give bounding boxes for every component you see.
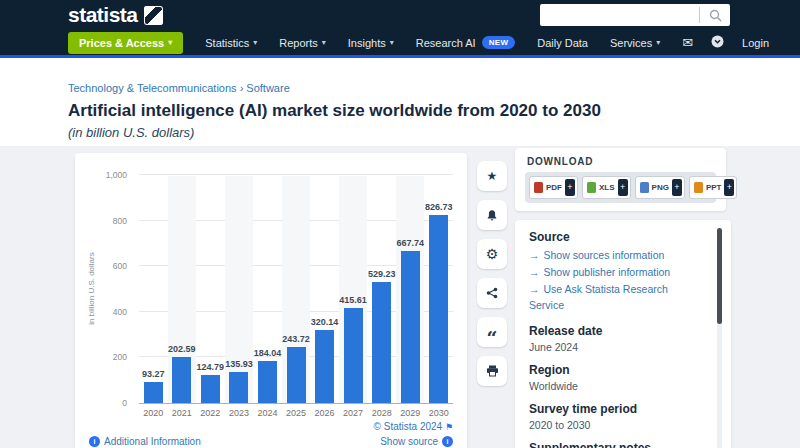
nav-label: Statistics — [205, 37, 249, 49]
download-pdf-button[interactable]: PDF + — [529, 176, 578, 199]
chevron-down-icon: ▾ — [322, 38, 326, 47]
chart-copyright: © Statista 2024 ⚑ — [374, 421, 453, 432]
chart-toolbar: ★ ⚙ “ — [477, 161, 507, 386]
bar[interactable] — [144, 382, 163, 403]
metadata-scrollbar[interactable] — [717, 228, 722, 448]
search-bar[interactable] — [540, 4, 730, 26]
nav-daily-data[interactable]: Daily Data — [537, 37, 588, 49]
download-png-button[interactable]: PNG + — [635, 176, 685, 199]
additional-information-link[interactable]: i Additional Information — [89, 436, 201, 447]
y-axis-title: in billion U.S. dollars — [87, 179, 96, 399]
x-tick-label: 2025 — [282, 408, 311, 418]
show-source-label: Show source — [380, 436, 438, 447]
plus-icon[interactable]: + — [672, 179, 682, 196]
bar[interactable] — [344, 308, 363, 403]
download-xls-button[interactable]: XLS + — [582, 176, 631, 199]
nav-label: Reports — [279, 37, 318, 49]
bar[interactable] — [401, 251, 420, 403]
search-input[interactable] — [540, 4, 699, 26]
x-tick-label: 2028 — [367, 408, 396, 418]
x-tick-label: 2021 — [168, 408, 197, 418]
bar-2026[interactable]: 320.14 — [310, 176, 339, 403]
columns: 93.27202.59124.79135.93184.04243.72320.1… — [139, 176, 453, 403]
bar[interactable] — [229, 372, 248, 403]
chevron-down-icon: ▾ — [656, 38, 660, 47]
plus-icon[interactable]: + — [618, 179, 628, 196]
x-tick-label: 2030 — [424, 408, 453, 418]
notification-bell-button[interactable] — [477, 200, 507, 230]
bar[interactable] — [287, 347, 306, 403]
login-link[interactable]: Login — [742, 37, 769, 49]
additional-information-label: Additional Information — [104, 436, 201, 447]
nav-statistics[interactable]: Statistics ▾ — [205, 37, 257, 49]
bar-2025[interactable]: 243.72 — [282, 176, 311, 403]
plus-icon[interactable]: + — [724, 179, 734, 196]
download-format-label: PPT — [706, 183, 722, 192]
bar-2027[interactable]: 415.61 — [339, 176, 368, 403]
ask-statista-link[interactable]: →Use Ask Statista Research Service — [529, 281, 701, 315]
print-button[interactable] — [477, 356, 507, 386]
download-ppt-button[interactable]: PPT + — [689, 176, 738, 199]
breadcrumb: Technology & Telecommunications › Softwa… — [68, 82, 800, 94]
breadcrumb-separator: › — [240, 82, 244, 94]
bar-2020[interactable]: 93.27 — [139, 176, 168, 403]
nav-label: Research AI — [416, 37, 476, 49]
bar-2030[interactable]: 826.73 — [424, 176, 453, 403]
scrollbar-thumb[interactable] — [717, 228, 722, 324]
x-tick-label: 2026 — [310, 408, 339, 418]
survey-period-heading: Survey time period — [529, 402, 701, 416]
citation-quote-button[interactable]: “ — [477, 317, 507, 347]
bar-2024[interactable]: 184.04 — [253, 176, 282, 403]
download-format-label: XLS — [599, 183, 615, 192]
show-publisher-link[interactable]: →Show publisher information — [529, 264, 701, 281]
download-heading: DOWNLOAD — [515, 148, 726, 172]
source-heading: Source — [529, 230, 701, 244]
bar[interactable] — [201, 375, 220, 403]
bar[interactable] — [315, 330, 334, 403]
arrow-icon: → — [529, 249, 540, 261]
release-date-heading: Release date — [529, 324, 701, 338]
breadcrumb-category[interactable]: Technology & Telecommunications — [68, 82, 237, 94]
nav-reports[interactable]: Reports ▾ — [279, 37, 326, 49]
x-axis: 2020202120222023202420252026202720282029… — [139, 408, 453, 418]
statista-logo[interactable]: statista — [68, 3, 163, 27]
survey-period-value: 2020 to 2030 — [529, 419, 701, 431]
nav-label: Daily Data — [537, 37, 588, 49]
page-title: Artificial intelligence (AI) market size… — [68, 101, 800, 121]
chart-card: 02004006008001,000 in billion U.S. dolla… — [75, 153, 467, 448]
search-icon[interactable] — [700, 9, 730, 22]
nav-services[interactable]: Services ▾ — [610, 37, 660, 49]
favorite-star-button[interactable]: ★ — [477, 161, 507, 191]
nav-prices-access[interactable]: Prices & Access ▾ — [68, 32, 183, 54]
settings-gear-button[interactable]: ⚙ — [477, 239, 507, 269]
breadcrumb-subcategory[interactable]: Software — [246, 82, 289, 94]
page-subtitle: (in billion U.S. dollars) — [68, 125, 800, 140]
nav-research-ai[interactable]: Research AI NEW — [416, 36, 516, 49]
new-badge: NEW — [482, 36, 516, 49]
bar[interactable] — [429, 215, 448, 403]
bar[interactable] — [258, 361, 277, 403]
release-date-value: June 2024 — [529, 341, 701, 353]
x-tick-label: 2022 — [196, 408, 225, 418]
x-tick-label: 2024 — [253, 408, 282, 418]
logo-text: statista — [68, 3, 138, 27]
download-format-label: PDF — [546, 183, 562, 192]
bar-2028[interactable]: 529.23 — [367, 176, 396, 403]
share-button[interactable] — [477, 278, 507, 308]
globe-language-icon[interactable] — [711, 35, 724, 50]
show-sources-link[interactable]: →Show sources information — [529, 247, 701, 264]
bar[interactable] — [372, 282, 391, 403]
chevron-down-icon: ▾ — [253, 38, 257, 47]
statista-logo-icon — [144, 6, 163, 25]
nav-label: Insights — [348, 37, 386, 49]
title-block: Technology & Telecommunications › Softwa… — [0, 58, 800, 146]
download-card: DOWNLOAD PDF + XLS + PNG + PPT + — [515, 148, 726, 211]
show-source-link[interactable]: Show source i — [380, 436, 453, 447]
plus-icon[interactable]: + — [565, 179, 575, 196]
nav-insights[interactable]: Insights ▾ — [348, 37, 394, 49]
mail-icon[interactable]: ✉ — [682, 36, 693, 49]
main-content: 02004006008001,000 in billion U.S. dolla… — [0, 146, 800, 448]
flag-icon[interactable]: ⚑ — [445, 422, 453, 432]
bar-2023[interactable]: 135.93 — [225, 176, 254, 403]
metadata-panel: Source →Show sources information →Show p… — [515, 220, 731, 448]
